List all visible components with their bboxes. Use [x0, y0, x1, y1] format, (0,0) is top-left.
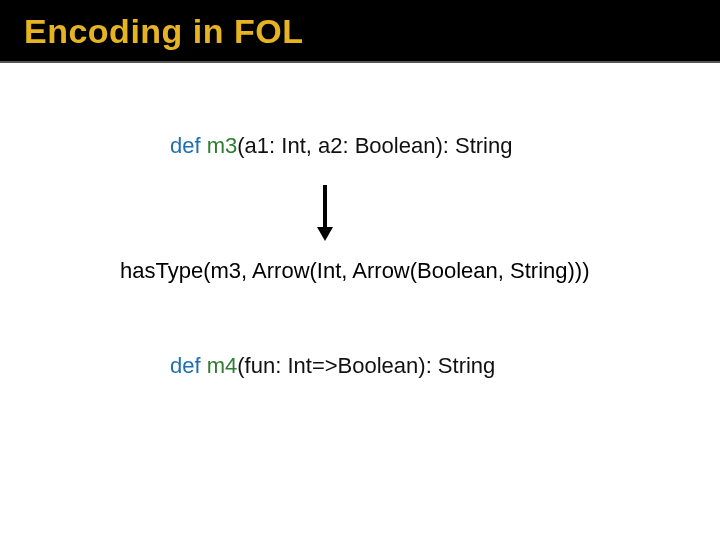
svg-marker-1	[317, 227, 333, 241]
params-2: (fun: Int=>Boolean): String	[237, 353, 495, 378]
params-1: (a1: Int, a2: Boolean): String	[237, 133, 512, 158]
keyword-def-1: def	[170, 133, 201, 158]
method-name-1: m3	[201, 133, 238, 158]
down-arrow-icon	[315, 183, 335, 247]
signature-line-2: def m4(fun: Int=>Boolean): String	[170, 353, 495, 379]
keyword-def-2: def	[170, 353, 201, 378]
title-bar: Encoding in FOL	[0, 0, 720, 63]
method-name-2: m4	[201, 353, 238, 378]
signature-line-1: def m3(a1: Int, a2: Boolean): String	[170, 133, 512, 159]
slide: Encoding in FOL def m3(a1: Int, a2: Bool…	[0, 0, 720, 540]
fol-encoding-line: hasType(m3, Arrow(Int, Arrow(Boolean, St…	[120, 258, 590, 284]
slide-body: def m3(a1: Int, a2: Boolean): String has…	[0, 63, 720, 531]
slide-title: Encoding in FOL	[24, 12, 303, 50]
